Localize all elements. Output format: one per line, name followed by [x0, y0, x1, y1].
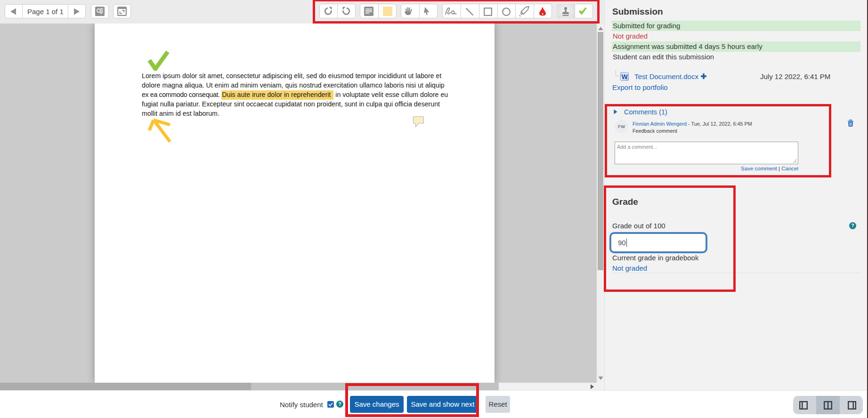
svg-text:W: W [621, 73, 628, 80]
svg-text:?: ? [338, 401, 341, 407]
svg-text:?: ? [851, 223, 854, 228]
